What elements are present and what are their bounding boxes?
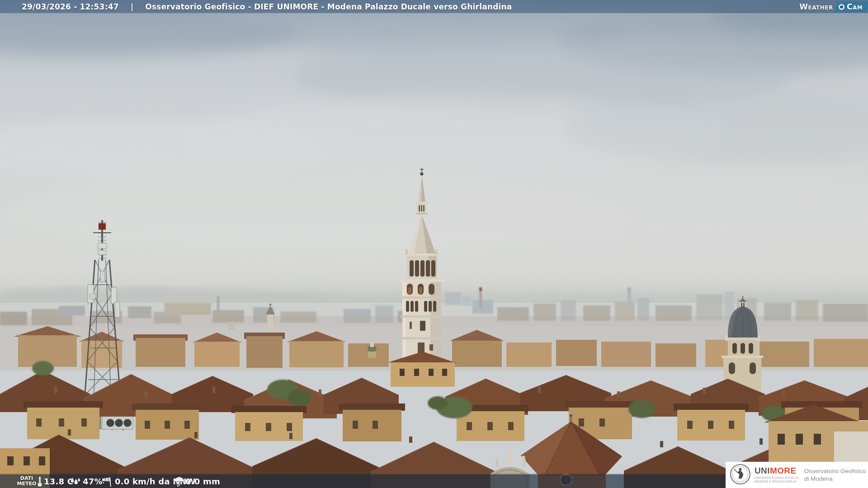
windsock-icon [100,476,114,488]
unimore-wordmark: UNIMORE UNIVERSITÀ DEGLI STUDI DI MODENA… [755,466,799,483]
precipitation-value: 0.0 mm [185,474,220,488]
camera-lens-icon [839,4,844,9]
weathercam-logo-cam: Cam [847,2,863,11]
top-info-bar: 29/03/2026 - 12:53:47 | Osservatorio Geo… [0,0,868,13]
branding-box: UNIMORE UNIVERSITÀ DEGLI STUDI DI MODENA… [726,462,868,488]
observatory-name: Osservatorio Geofisico di Modena [804,467,866,483]
humidity-value: 47% [83,474,103,488]
umbrella-icon [174,477,185,488]
thermometer-icon [36,476,43,488]
weathercam-badge: Cam [834,1,868,12]
webcam-frame: 29/03/2026 - 12:53:47 | Osservatorio Geo… [0,0,868,488]
webcam-title: Osservatorio Geofisico - DIEF UNIMORE - … [145,2,512,11]
webcam-photo [0,0,868,488]
humidity-drops-icon [69,477,81,488]
timestamp: 29/03/2026 - 12:53:47 [22,2,119,11]
weathercam-logo-weather: Weather [799,2,833,11]
weathercam-logo: Weather Cam [799,1,868,12]
separator: | [131,2,133,11]
unimore-seal-icon [730,464,751,487]
